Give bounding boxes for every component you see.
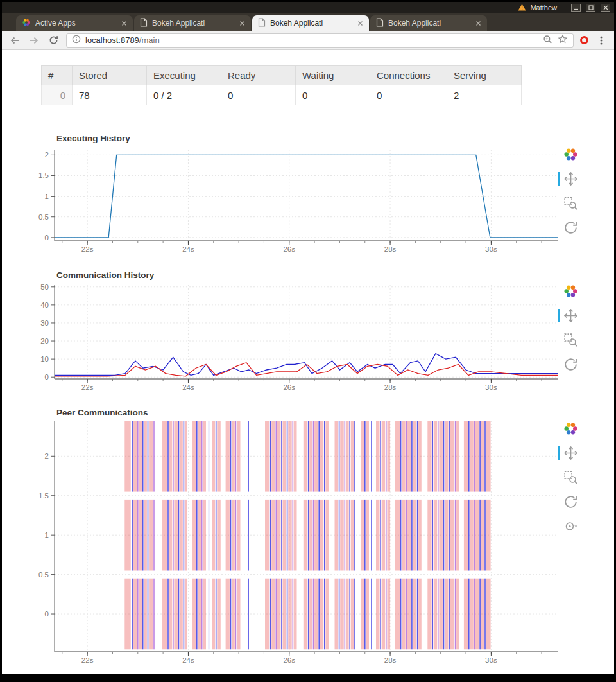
tab-bokeh-3[interactable]: Bokeh Applicati: [370, 15, 487, 31]
table-header-cell: Connections: [370, 66, 447, 85]
tab-label: Bokeh Applicati: [388, 19, 471, 28]
tab-close-icon[interactable]: [239, 21, 245, 26]
minimize-button[interactable]: [571, 4, 581, 12]
tab-close-icon[interactable]: [121, 21, 127, 26]
bokeh-favicon: [22, 18, 31, 29]
page-favicon: [140, 18, 148, 29]
url-text: localhost:8789/main: [85, 35, 160, 45]
peer-bars-row-0: [124, 579, 490, 650]
x-tick-label: 30s: [485, 656, 497, 664]
x-tick-label: 30s: [485, 245, 497, 253]
browser-toolbar: localhost:8789/main: [2, 31, 614, 50]
y-tick-label: 10: [40, 355, 49, 363]
table-header-cell: Ready: [221, 66, 296, 85]
bokeh-logo[interactable]: [563, 421, 579, 437]
y-tick-label: 0: [45, 373, 49, 381]
menu-kebab-icon[interactable]: [595, 34, 608, 47]
x-tick-label: 28s: [384, 245, 397, 253]
bokeh-logo[interactable]: [563, 146, 579, 162]
y-tick-label: 2: [45, 452, 49, 460]
bookmark-star-icon[interactable]: [558, 34, 568, 46]
table-cell: 0 / 2: [147, 85, 221, 105]
x-tick-label: 24s: [182, 245, 194, 253]
chart-executing-svg[interactable]: 22s24s26s28s30s00.511.52: [38, 144, 563, 263]
zoom-icon[interactable]: [543, 35, 552, 46]
table-row[interactable]: 0780 / 20002: [42, 85, 522, 105]
tab-bokeh-2-active[interactable]: Bokeh Applicati: [252, 15, 369, 31]
table-header-cell: Serving: [447, 66, 522, 85]
x-tick-label: 28s: [384, 656, 397, 664]
address-bar[interactable]: localhost:8789/main: [66, 33, 574, 48]
forward-icon[interactable]: [28, 34, 40, 47]
table-header-cell: #: [42, 66, 73, 85]
page-favicon: [376, 18, 384, 29]
page-content: #StoredExecutingReadyWaitingConnectionsS…: [2, 50, 614, 674]
peer-bars-row-2: [124, 421, 490, 492]
close-button[interactable]: [601, 4, 610, 12]
page-favicon: [258, 18, 266, 29]
titlebar: Matthew: [2, 2, 614, 13]
x-tick-label: 28s: [384, 383, 397, 391]
reset-tool-button[interactable]: [563, 356, 579, 372]
x-tick-label: 26s: [283, 383, 295, 391]
table-cell: 0: [296, 85, 370, 105]
tab-active-apps[interactable]: Active Apps: [16, 15, 133, 31]
table-cell: 0: [370, 85, 447, 105]
y-tick-label: 0: [45, 234, 49, 241]
tab-close-icon[interactable]: [357, 21, 363, 26]
y-tick-label: 1.5: [38, 492, 49, 500]
bokeh-logo[interactable]: [563, 283, 579, 299]
tab-label: Bokeh Applicati: [152, 19, 235, 28]
y-tick-label: 1: [45, 531, 49, 539]
tab-close-icon[interactable]: [475, 21, 481, 26]
y-tick-label: 30: [40, 319, 49, 327]
stats-table: #StoredExecutingReadyWaitingConnectionsS…: [41, 65, 522, 105]
table-header-cell: Stored: [73, 66, 147, 85]
peer-chart-title: Peer Communications: [56, 408, 148, 417]
chart-comm-toolbar: [561, 283, 579, 372]
pan-tool-button[interactable]: [563, 445, 579, 461]
tab-label: Active Apps: [35, 19, 117, 28]
url-path: /main: [139, 35, 160, 45]
y-tick-label: 1: [45, 193, 49, 200]
box-zoom-tool-button[interactable]: [563, 195, 579, 211]
pan-tool-button[interactable]: [563, 171, 579, 187]
pan-tool-button[interactable]: [563, 308, 579, 324]
y-tick-label: 0.5: [38, 213, 49, 221]
reset-tool-button[interactable]: [563, 494, 579, 510]
box-zoom-tool-button[interactable]: [563, 332, 579, 348]
warning-icon: [518, 2, 526, 13]
tab-bokeh-1[interactable]: Bokeh Applicati: [134, 15, 251, 31]
y-tick-label: 0: [45, 610, 49, 618]
extension-o-icon[interactable]: [580, 36, 588, 44]
table-header-row: #StoredExecutingReadyWaitingConnectionsS…: [42, 66, 522, 85]
tab-label: Bokeh Applicati: [270, 19, 353, 28]
url-host: localhost:8789: [85, 35, 139, 45]
omnibox-actions: [543, 34, 568, 46]
user-menu[interactable]: Matthew: [530, 4, 557, 12]
site-info-icon[interactable]: [72, 35, 81, 46]
box-zoom-tool-button[interactable]: [563, 469, 579, 485]
chart-peer-svg[interactable]: 22s24s26s28s30s00.511.52: [38, 417, 563, 671]
x-tick-label: 22s: [81, 656, 94, 664]
reload-icon[interactable]: [47, 34, 60, 47]
x-tick-label: 26s: [283, 245, 295, 253]
peer-bars-row-1: [124, 500, 490, 571]
x-tick-label: 22s: [81, 383, 94, 391]
x-tick-label: 22s: [81, 245, 94, 253]
chart-comm-svg[interactable]: 22s24s26s28s30s01020304050: [38, 281, 563, 397]
y-tick-label: 50: [40, 283, 49, 291]
back-icon[interactable]: [8, 34, 21, 47]
executing-line: [55, 155, 558, 238]
y-tick-label: 40: [40, 301, 49, 309]
y-tick-label: 1.5: [38, 171, 49, 179]
table-cell: 0: [221, 85, 296, 105]
maximize-button[interactable]: [586, 4, 595, 12]
table-cell: 78: [73, 85, 147, 105]
x-tick-label: 26s: [283, 656, 295, 664]
reset-tool-button[interactable]: [563, 220, 579, 236]
hover-tool-button[interactable]: [563, 518, 579, 534]
y-tick-label: 0.5: [38, 571, 49, 579]
browser-window: Matthew Active Apps Bokeh Applicati: [0, 0, 616, 682]
tab-strip: Active Apps Bokeh Applicati Bokeh Applic…: [2, 13, 614, 31]
